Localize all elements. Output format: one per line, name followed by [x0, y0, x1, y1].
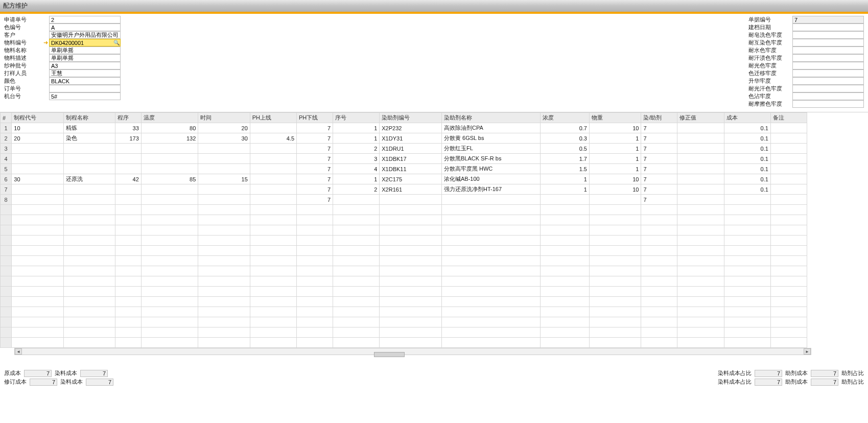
cell-c2[interactable] — [63, 144, 115, 154]
cell-c13[interactable]: 7 — [641, 123, 677, 133]
cell-empty[interactable] — [589, 205, 641, 215]
cell-c6[interactable] — [250, 174, 296, 184]
cell-c16[interactable] — [770, 174, 807, 184]
cell-empty[interactable] — [770, 276, 807, 287]
cell-empty[interactable] — [770, 225, 807, 236]
cell-empty[interactable] — [441, 276, 540, 287]
cell-c12[interactable]: 10 — [589, 123, 641, 133]
cell-c9[interactable]: X2C175 — [380, 174, 442, 184]
table-row[interactable]: 473X1DBK17分散黑BLACK SF-R bs1.7170.1 — [1, 154, 807, 164]
cell-c7[interactable]: 7 — [297, 123, 333, 133]
cell-c9[interactable] — [380, 195, 442, 205]
cell-empty[interactable] — [589, 256, 641, 266]
table-row[interactable]: 772X2R161强力还原洗净剂HT-16711070.1 — [1, 184, 807, 195]
input-耐互染色牢度[interactable] — [792, 39, 864, 46]
cell-c8[interactable]: 2 — [333, 184, 380, 195]
cell-c10[interactable]: 强力还原洗净剂HT-167 — [441, 184, 540, 195]
input-建档日期[interactable] — [792, 24, 864, 31]
cell-empty[interactable] — [297, 225, 333, 236]
table-row-empty[interactable] — [1, 205, 807, 215]
table-row-empty[interactable] — [1, 338, 807, 348]
cell-empty[interactable] — [297, 317, 333, 327]
cell-empty[interactable] — [63, 287, 115, 297]
cell-empty[interactable] — [198, 236, 250, 246]
cell-empty[interactable] — [677, 225, 724, 236]
cell-empty[interactable] — [770, 236, 807, 246]
cell-empty[interactable] — [198, 215, 250, 225]
cell-c15[interactable]: 0.1 — [724, 174, 770, 184]
cell-c11[interactable]: 0.5 — [540, 144, 589, 154]
cell-empty[interactable] — [724, 266, 770, 276]
cell-empty[interactable] — [540, 327, 589, 338]
cell-c1[interactable] — [12, 144, 63, 154]
cell-empty[interactable] — [63, 236, 115, 246]
cell-empty[interactable] — [540, 307, 589, 317]
cell-c3[interactable]: 33 — [115, 123, 142, 133]
cell-empty[interactable] — [641, 287, 677, 297]
scroll-left-button[interactable]: ◄ — [15, 348, 22, 355]
cell-empty[interactable] — [589, 266, 641, 276]
cell-empty[interactable] — [641, 317, 677, 327]
cell-c13[interactable]: 7 — [641, 184, 677, 195]
table-row-empty[interactable] — [1, 317, 807, 327]
cell-empty[interactable] — [297, 327, 333, 338]
cell-empty[interactable] — [141, 287, 198, 297]
cell-empty[interactable] — [441, 287, 540, 297]
input-申请单号[interactable] — [49, 16, 121, 24]
cell-c4[interactable] — [141, 144, 198, 154]
cell-c5[interactable]: 20 — [198, 123, 250, 133]
cell-c15[interactable]: 0.1 — [724, 133, 770, 144]
cell-c2[interactable]: 还原洗 — [63, 174, 115, 184]
cell-empty[interactable] — [250, 307, 296, 317]
cell-empty[interactable] — [441, 266, 540, 276]
cell-empty[interactable] — [141, 205, 198, 215]
cell-c3[interactable] — [115, 164, 142, 174]
input-耐摩擦色牢度[interactable] — [792, 100, 864, 108]
cell-c10[interactable]: 分散红玉FL — [441, 144, 540, 154]
col-c15[interactable]: 成本 — [724, 113, 770, 123]
cell-c2[interactable] — [63, 184, 115, 195]
cell-empty[interactable] — [441, 256, 540, 266]
cell-empty[interactable] — [641, 266, 677, 276]
cell-c1[interactable] — [12, 154, 63, 164]
cell-empty[interactable] — [333, 327, 380, 338]
cell-empty[interactable] — [677, 205, 724, 215]
cell-empty[interactable] — [115, 215, 142, 225]
cell-empty[interactable] — [1, 246, 12, 256]
input-耐皂洗色牢度[interactable] — [792, 31, 864, 39]
table-row-empty[interactable] — [1, 297, 807, 307]
cell-empty[interactable] — [441, 297, 540, 307]
cell-empty[interactable] — [589, 297, 641, 307]
cell-empty[interactable] — [677, 327, 724, 338]
cell-empty[interactable] — [1, 327, 12, 338]
cell-c4[interactable]: 85 — [141, 174, 198, 184]
col-c8[interactable]: 序号 — [333, 113, 380, 123]
cell-empty[interactable] — [380, 236, 442, 246]
scroll-right-button[interactable]: ► — [804, 348, 811, 355]
cell-empty[interactable] — [115, 317, 142, 327]
cell-c11[interactable]: 1.5 — [540, 164, 589, 174]
cell-empty[interactable] — [1, 205, 12, 215]
cell-empty[interactable] — [198, 205, 250, 215]
input-机台号[interactable] — [49, 92, 121, 100]
cell-empty[interactable] — [141, 327, 198, 338]
cell-rownum[interactable]: 8 — [1, 195, 12, 205]
cell-empty[interactable] — [677, 276, 724, 287]
cell-empty[interactable] — [724, 307, 770, 317]
cell-empty[interactable] — [724, 256, 770, 266]
cell-empty[interactable] — [380, 256, 442, 266]
cell-c12[interactable]: 10 — [589, 174, 641, 184]
cell-empty[interactable] — [115, 297, 142, 307]
cell-c5[interactable] — [198, 195, 250, 205]
cell-c4[interactable]: 80 — [141, 123, 198, 133]
input-耐汗渍色牢度[interactable] — [792, 54, 864, 62]
cell-empty[interactable] — [441, 338, 540, 348]
cell-empty[interactable] — [63, 276, 115, 287]
table-row[interactable]: 372X1DRU1分散红玉FL0.5170.1 — [1, 144, 807, 154]
cell-empty[interactable] — [770, 287, 807, 297]
col-c7[interactable]: PH下线 — [297, 113, 333, 123]
cell-c14[interactable] — [677, 123, 724, 133]
cell-c11[interactable]: 0.7 — [540, 123, 589, 133]
cell-c10[interactable]: 分散黑BLACK SF-R bs — [441, 154, 540, 164]
cell-empty[interactable] — [250, 317, 296, 327]
